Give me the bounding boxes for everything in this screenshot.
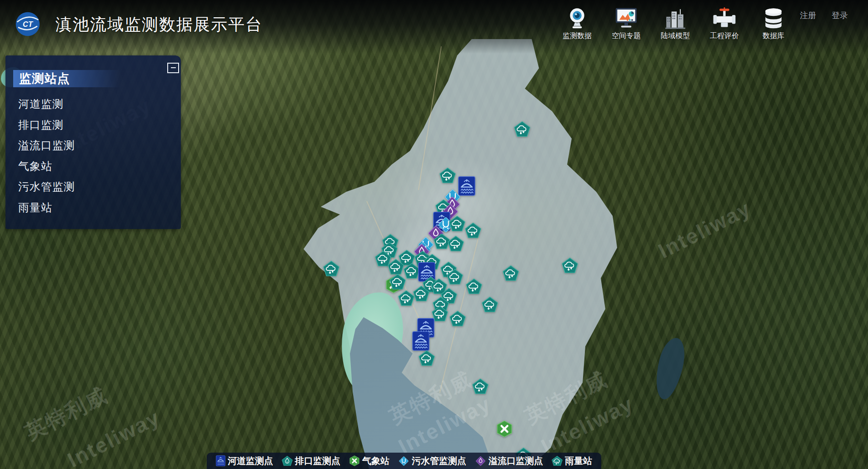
legend-label: 雨量站 [565,455,592,467]
rain-station-marker[interactable] [413,286,429,301]
rain-station-marker[interactable] [388,259,404,274]
legend-item-weather[interactable]: 气象站 [349,455,389,467]
legend-label: 河道监测点 [228,455,273,467]
nav-item-land-model[interactable]: 陆域模型 [652,4,699,41]
rain-station-marker[interactable] [449,311,466,326]
rain-station-marker[interactable] [419,350,435,366]
rain-station-marker[interactable] [503,265,519,281]
nav-item-monitor-data[interactable]: 监测数据 [554,4,601,41]
outlet-marker-icon [282,456,293,466]
legend-item-river[interactable]: 河道监测点 [216,455,273,467]
rain-station-marker[interactable] [448,236,464,251]
nav-item-spatial-theme[interactable]: 空间专题 [603,4,650,41]
nav-item-label: 空间专题 [612,31,641,41]
legend-item-rain[interactable]: 雨量站 [552,455,592,467]
rain-station-marker[interactable] [472,379,489,394]
nav-item-project-eval[interactable]: 工程评价 [701,4,748,41]
webcam-icon [565,4,589,30]
monitor-chart-icon [614,4,639,30]
valve-icon [713,4,736,30]
sidebar-item-sewage[interactable]: 污水管监测 [18,176,181,197]
sidebar-item-overflow[interactable]: 溢流口监测 [18,135,181,156]
nav-item-label: 数据库 [763,31,784,41]
collapse-panel-button[interactable] [165,60,181,75]
login-link[interactable]: 登录 [832,10,848,21]
legend-label: 溢流口监测点 [489,455,543,467]
nav-item-database[interactable]: 数据库 [750,4,797,41]
auth-links: 注册 登录 [800,10,848,21]
rain-station-marker[interactable] [465,223,481,238]
legend-label: 排口监测点 [295,455,340,467]
rain-station-marker[interactable] [323,261,339,276]
sidebar-item-rain[interactable]: 雨量站 [18,197,181,218]
legend-label: 污水管监测点 [412,455,466,467]
sidebar-item-river[interactable]: 河道监测 [18,94,181,115]
panel-title: 监测站点 [13,70,120,87]
sidebar-item-weather[interactable]: 气象站 [18,156,181,177]
rain-station-marker[interactable] [562,258,578,273]
rain-station-marker[interactable] [514,121,530,137]
river-station-marker[interactable] [412,331,429,351]
legend-item-sewage[interactable]: 污水管监测点 [398,455,466,467]
legend-label: 气象站 [362,455,389,467]
rain-station-marker[interactable] [439,168,456,183]
buildings-icon [664,4,687,30]
rain-marker-icon [552,456,563,466]
rain-station-marker[interactable] [404,263,420,279]
legend-item-outlet[interactable]: 排口监测点 [282,455,340,467]
rain-station-marker[interactable] [482,297,498,312]
page-title: 滇池流域监测数据展示平台 [55,14,263,36]
sewage-marker-icon [398,455,409,467]
minimize-icon [167,63,179,73]
rain-station-marker[interactable] [447,269,463,284]
overflow-marker-icon [475,455,486,467]
main-nav: 监测数据 空间专题 陆域模型 工程评价 数据库 [554,4,797,41]
brand-logo-icon: CT [15,11,40,37]
weather-marker-icon [349,455,360,466]
sidebar-item-outlet[interactable]: 排口监测 [18,115,181,135]
legend-item-overflow[interactable]: 溢流口监测点 [475,455,543,467]
rain-station-marker[interactable] [449,216,465,231]
panel-list: 河道监测排口监测溢流口监测气象站污水管监测雨量站 [5,94,181,218]
rain-station-marker[interactable] [398,290,414,306]
station-panel: 监测站点 河道监测排口监测溢流口监测气象站污水管监测雨量站 [5,55,181,229]
weather-station-marker[interactable] [496,420,513,438]
register-link[interactable]: 注册 [800,10,816,21]
map-canvas[interactable]: 英特利威Inteliway英特利威Inteliway英特利威InteliwayI… [0,0,868,469]
database-icon [762,4,785,30]
rain-station-marker[interactable] [389,274,406,289]
svg-text:CT: CT [23,20,34,28]
rain-station-marker[interactable] [466,279,482,294]
nav-item-label: 工程评价 [710,31,739,41]
nav-item-label: 陆域模型 [661,31,690,41]
map-legend: 河道监测点 排口监测点 气象站 污水管监测点 溢流口监测点 雨量站 [207,453,601,469]
river-marker-icon [216,455,225,466]
nav-item-label: 监测数据 [563,31,592,41]
